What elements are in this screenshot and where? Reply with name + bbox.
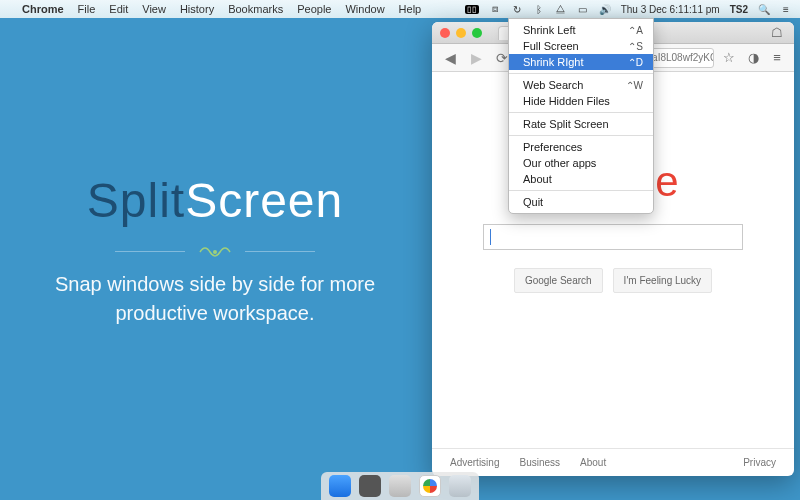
split-screen-dropdown[interactable]: Shrink Left⌃AFull Screen⌃SShrink RIght⌃D… xyxy=(508,18,654,214)
menu-item-preferences[interactable]: Preferences xyxy=(509,139,653,155)
dock[interactable] xyxy=(321,472,479,500)
menu-window[interactable]: Window xyxy=(345,3,384,15)
dock-safari-icon[interactable] xyxy=(389,475,411,497)
flourish-divider xyxy=(115,240,315,264)
window-maximize-button[interactable] xyxy=(472,28,482,38)
volume-icon[interactable]: 🔊 xyxy=(599,3,611,15)
promo-tagline: Snap windows side by side for more produ… xyxy=(30,270,400,328)
split-screen-menubar-icon[interactable]: ▯▯ xyxy=(465,5,479,14)
timemachine-icon[interactable]: ↻ xyxy=(511,3,523,15)
battery-icon[interactable]: ▭ xyxy=(577,3,589,15)
promo-title: SplitScreen xyxy=(87,173,343,228)
menu-item-quit[interactable]: Quit xyxy=(509,194,653,210)
feeling-lucky-button[interactable]: I'm Feeling Lucky xyxy=(613,268,713,293)
dock-trash-icon[interactable] xyxy=(449,475,471,497)
page-footer: Advertising Business About Privacy xyxy=(432,448,794,476)
menu-bookmarks[interactable]: Bookmarks xyxy=(228,3,283,15)
wifi-icon[interactable]: ⧋ xyxy=(555,3,567,15)
menu-item-full-screen[interactable]: Full Screen⌃S xyxy=(509,38,653,54)
window-minimize-button[interactable] xyxy=(456,28,466,38)
menu-item-rate-split-screen[interactable]: Rate Split Screen xyxy=(509,116,653,132)
search-input[interactable] xyxy=(483,224,743,250)
menu-item-shrink-right[interactable]: Shrink RIght⌃D xyxy=(509,54,653,70)
extension-icon[interactable]: ◑ xyxy=(744,49,762,67)
menu-view[interactable]: View xyxy=(142,3,166,15)
footer-about[interactable]: About xyxy=(580,457,606,468)
dropbox-icon[interactable]: ⧈ xyxy=(489,3,501,15)
google-search-button[interactable]: Google Search xyxy=(514,268,603,293)
menu-item-about[interactable]: About xyxy=(509,171,653,187)
promo-title-b: Screen xyxy=(185,174,343,227)
menu-item-shrink-left[interactable]: Shrink Left⌃A xyxy=(509,22,653,38)
mac-menubar[interactable]: Chrome File Edit View History Bookmarks … xyxy=(0,0,800,18)
menu-item-web-search[interactable]: Web Search⌃W xyxy=(509,77,653,93)
dock-finder-icon[interactable] xyxy=(329,475,351,497)
footer-privacy[interactable]: Privacy xyxy=(743,457,776,468)
footer-business[interactable]: Business xyxy=(519,457,560,468)
forward-button[interactable]: ▶ xyxy=(466,48,486,68)
menu-history[interactable]: History xyxy=(180,3,214,15)
dock-settings-icon[interactable] xyxy=(359,475,381,497)
window-close-button[interactable] xyxy=(440,28,450,38)
text-cursor xyxy=(490,229,491,245)
hamburger-icon[interactable]: ≡ xyxy=(768,49,786,67)
menu-icon[interactable]: ≡ xyxy=(780,3,792,15)
menu-help[interactable]: Help xyxy=(399,3,422,15)
promo-title-a: Split xyxy=(87,174,185,227)
dock-chrome-icon[interactable] xyxy=(419,475,441,497)
bluetooth-icon[interactable]: ᛒ xyxy=(533,3,545,15)
footer-advertising[interactable]: Advertising xyxy=(450,457,499,468)
menubar-clock[interactable]: Thu 3 Dec 6:11:11 pm xyxy=(621,4,720,15)
menu-edit[interactable]: Edit xyxy=(109,3,128,15)
svg-point-0 xyxy=(213,250,217,254)
menu-item-hide-hidden-files[interactable]: Hide Hidden Files xyxy=(509,93,653,109)
menubar-user[interactable]: TS2 xyxy=(730,4,748,15)
menu-item-our-other-apps[interactable]: Our other apps xyxy=(509,155,653,171)
back-button[interactable]: ◀ xyxy=(440,48,460,68)
star-icon[interactable]: ☆ xyxy=(720,49,738,67)
spotlight-icon[interactable]: 🔍 xyxy=(758,3,770,15)
user-icon[interactable]: ☖ xyxy=(768,24,786,42)
promo-panel: SplitScreen Snap windows side by side fo… xyxy=(0,18,430,482)
menu-file[interactable]: File xyxy=(78,3,96,15)
menu-people[interactable]: People xyxy=(297,3,331,15)
app-name[interactable]: Chrome xyxy=(22,3,64,15)
